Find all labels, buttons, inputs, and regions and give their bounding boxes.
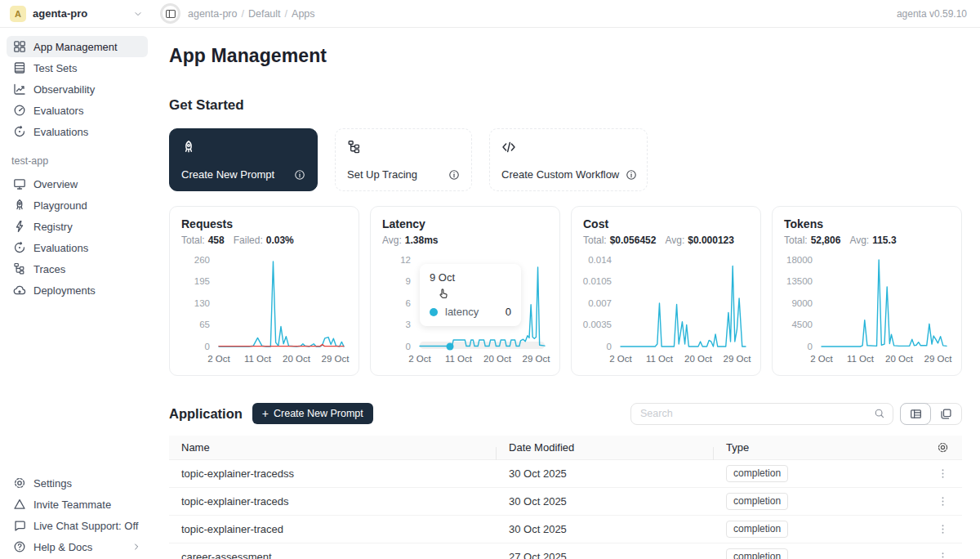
grid-icon: [13, 40, 26, 53]
chart-plot-tokens[interactable]: [822, 260, 947, 347]
chart-plot-requests[interactable]: [219, 260, 344, 347]
get-started-card-set-up-tracing[interactable]: Set Up Tracing: [335, 128, 472, 191]
sidebar-item-help-docs[interactable]: Help & Docs: [7, 536, 148, 557]
breadcrumb: agenta-pro/Default/Apps: [188, 8, 315, 20]
column-header-name[interactable]: Name: [169, 441, 497, 454]
table-row[interactable]: topic-explainer-traceds30 Oct 2025comple…: [169, 488, 962, 516]
column-header-type[interactable]: Type: [714, 441, 923, 454]
sidebar-item-observability[interactable]: Observability: [7, 78, 148, 100]
sidebar-section-label: test-app: [7, 142, 148, 173]
card-view-button[interactable]: [930, 404, 961, 424]
bolt-icon: [13, 220, 26, 233]
code-icon: [501, 140, 516, 154]
evalcircle-icon: [13, 125, 26, 138]
app-date-modified: 27 Oct 2025: [497, 551, 714, 559]
main-content: App Management Get Started Create New Pr…: [151, 28, 980, 559]
get-started-heading: Get Started: [169, 97, 962, 114]
sidebar-item-evaluations[interactable]: Evaluations: [7, 121, 148, 142]
type-badge: completion: [726, 548, 788, 559]
sidebar-item-app-management[interactable]: App Management: [7, 36, 148, 57]
table-row[interactable]: topic-explainer-tracedss30 Oct 2025compl…: [169, 460, 962, 488]
sidebar-item-test-sets[interactable]: Test Sets: [7, 57, 148, 78]
info-icon[interactable]: [448, 169, 460, 181]
table-view-icon: [910, 408, 922, 420]
workspace-avatar: A: [10, 6, 26, 22]
info-icon[interactable]: [294, 169, 305, 181]
create-new-prompt-button[interactable]: + Create New Prompt: [252, 403, 373, 424]
app-name: topic-explainer-traceds: [169, 495, 497, 508]
sidebar-item-registry[interactable]: Registry: [7, 216, 148, 237]
chevron-right-icon: [131, 542, 141, 552]
sidebar: App ManagementTest SetsObservabilityEval…: [0, 28, 151, 559]
top-header: A agenta-pro agenta-pro/Default/Apps age…: [0, 0, 980, 28]
evalcircle-icon: [13, 241, 26, 254]
applications-table: NameDate ModifiedTypetopic-explainer-tra…: [169, 436, 962, 559]
monitor-icon: [13, 177, 26, 190]
search-icon[interactable]: [874, 408, 885, 419]
app-date-modified: 30 Oct 2025: [497, 523, 714, 535]
row-actions-menu-icon[interactable]: [937, 551, 949, 559]
workspace-switcher[interactable]: A agenta-pro: [0, 6, 151, 22]
breadcrumb-item[interactable]: agenta-pro: [188, 8, 237, 20]
sidebar-item-playground[interactable]: Playground: [7, 195, 148, 216]
table-icon: [13, 61, 26, 74]
chart-icon: [13, 83, 26, 96]
chat-icon: [13, 519, 26, 532]
table-row[interactable]: career-assessment27 Oct 2025completion: [169, 543, 962, 559]
table-row[interactable]: topic-explainer-traced30 Oct 2025complet…: [169, 516, 962, 543]
search-box[interactable]: [630, 403, 893, 425]
app-date-modified: 30 Oct 2025: [497, 467, 714, 480]
app-name: topic-explainer-traced: [169, 523, 497, 535]
page-title: App Management: [169, 45, 962, 67]
tree-icon: [347, 140, 362, 154]
column-header-date-modified[interactable]: Date Modified: [497, 441, 714, 454]
sidebar-item-evaluators[interactable]: Evaluators: [7, 100, 148, 121]
sidebar-item-evaluations[interactable]: Evaluations: [7, 237, 148, 258]
type-badge: completion: [726, 465, 788, 482]
cloud-icon: [13, 284, 26, 297]
rocket-icon: [181, 140, 196, 154]
search-input[interactable]: [640, 408, 874, 419]
rocket-icon: [13, 199, 26, 212]
stat-card-requests: RequestsTotal:458Failed:0.03%26019513065…: [169, 206, 359, 376]
application-heading: Application: [169, 406, 243, 422]
sidebar-item-overview[interactable]: Overview: [7, 173, 148, 195]
sidebar-item-deployments[interactable]: Deployments: [7, 280, 148, 301]
app-date-modified: 30 Oct 2025: [497, 495, 714, 508]
row-actions-menu-icon[interactable]: [937, 495, 949, 508]
stat-card-cost: CostTotal:$0.056452Avg:$0.0001230.0140.0…: [571, 206, 761, 376]
column-settings-gear-icon[interactable]: [937, 441, 949, 454]
type-badge: completion: [726, 521, 788, 538]
plus-icon: +: [262, 408, 269, 419]
info-icon[interactable]: [626, 169, 637, 181]
stat-card-latency: LatencyAvg:1.38ms1296302 Oct11 Oct20 Oct…: [370, 206, 560, 376]
legend-dot: [430, 308, 438, 316]
sidebar-item-invite-teammate[interactable]: Invite Teammate: [7, 494, 148, 515]
get-started-card-create-custom-workflow[interactable]: Create Custom Workflow: [489, 128, 648, 191]
sidebar-item-traces[interactable]: Traces: [7, 258, 148, 280]
chart-tooltip: 9 Octlatency0: [420, 264, 521, 326]
workspace-name: agenta-pro: [33, 7, 127, 20]
sidebar-item-live-chat-support-off[interactable]: Live Chat Support: Off: [7, 515, 148, 536]
app-version: agenta v0.59.10: [897, 8, 980, 20]
table-view-button[interactable]: [900, 403, 931, 425]
panel-toggle-icon: [165, 8, 176, 20]
view-toggle: [900, 403, 962, 425]
gear-icon: [13, 476, 26, 490]
breadcrumb-item[interactable]: Apps: [292, 8, 315, 20]
sidebar-toggle-button[interactable]: [160, 3, 180, 24]
chart-plot-cost[interactable]: [621, 260, 746, 347]
gauge-icon: [13, 104, 26, 117]
row-actions-menu-icon[interactable]: [937, 467, 949, 480]
hand-cursor-icon: [438, 288, 450, 300]
help-icon: [13, 540, 26, 553]
stat-card-tokens: TokensTotal:52,806Avg:115.31800013500900…: [772, 206, 962, 376]
get-started-card-create-new-prompt[interactable]: Create New Prompt: [169, 128, 318, 191]
type-badge: completion: [726, 493, 788, 510]
breadcrumb-item[interactable]: Default: [248, 8, 281, 20]
app-name: topic-explainer-tracedss: [169, 467, 497, 480]
sidebar-item-settings[interactable]: Settings: [7, 472, 148, 494]
triangle-icon: [13, 498, 26, 511]
table-header: NameDate ModifiedType: [169, 436, 962, 460]
row-actions-menu-icon[interactable]: [937, 523, 949, 535]
